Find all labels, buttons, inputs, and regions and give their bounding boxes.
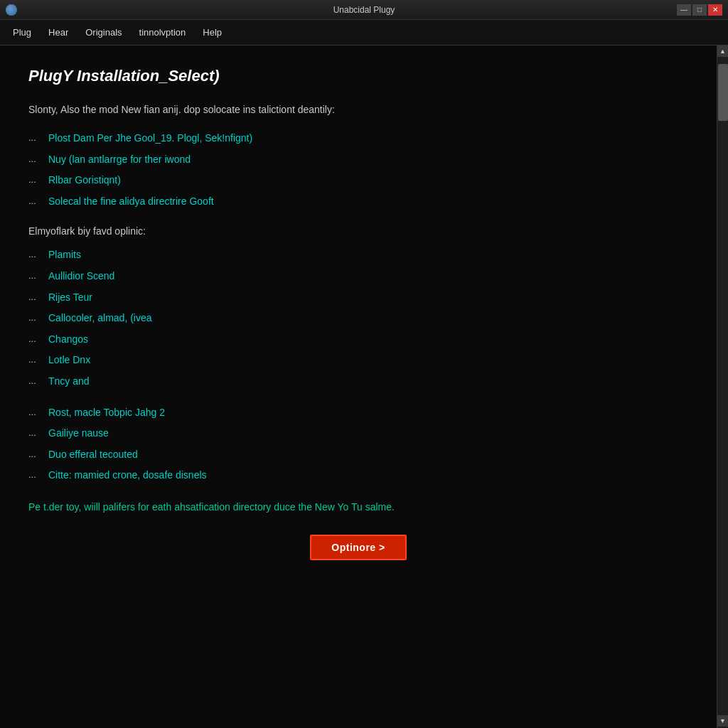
list-item: ... Plamits — [28, 248, 688, 262]
list-item: ... Solecal the fine alidya directrire G… — [28, 195, 688, 209]
bullet-icon: ... — [28, 448, 43, 459]
bullet-icon: ... — [28, 269, 43, 281]
list-item: ... Rijes Teur — [28, 291, 688, 305]
menu-item-originals[interactable]: Originals — [78, 24, 129, 41]
bullet-icon: ... — [28, 469, 43, 480]
window-title: Unabcidal Plugy — [333, 5, 395, 15]
list-item: ... Citte: mamied crone, dosafe disnels — [28, 469, 688, 483]
bullet-icon: ... — [28, 375, 43, 386]
list-text-7: Rijes Teur — [48, 291, 92, 305]
bullet-icon: ... — [28, 311, 43, 323]
menu-item-tinnolvption[interactable]: tinnolvption — [132, 24, 193, 41]
list-text-3: Rlbar Goristiqnt) — [48, 173, 121, 188]
list-section-2: ... Plamits ... Aullidior Scend ... Rije… — [28, 248, 688, 388]
close-button[interactable]: ✕ — [708, 4, 722, 16]
options-button[interactable]: Optinore > — [310, 535, 406, 560]
minimize-button[interactable]: — — [677, 4, 691, 16]
list-item: ... Rost, macle Tobpic Jahg 2 — [28, 406, 688, 420]
bottom-text: Pe t.der toy, wiill palifers for eath ah… — [28, 500, 688, 515]
list-item: ... Rlbar Goristiqnt) — [28, 173, 688, 188]
bullet-icon: ... — [28, 427, 43, 438]
intro-text: Slonty, Also the mod New fian anij. dop … — [28, 102, 688, 117]
bullet-icon: ... — [28, 353, 43, 365]
scroll-down-arrow[interactable]: ▼ — [717, 715, 729, 727]
content-area: PlugY Installation_Select) Slonty, Also … — [0, 46, 717, 728]
menu-item-hear[interactable]: Hear — [41, 24, 75, 41]
list-text-12: Rost, macle Tobpic Jahg 2 — [48, 406, 165, 420]
list-item: ... Gailiye nause — [28, 427, 688, 441]
list-item: ... Changos — [28, 333, 688, 347]
title-bar: Unabcidal Plugy — □ ✕ — [0, 0, 728, 20]
list-item: ... Tncy and — [28, 375, 688, 389]
list-text-2: Nuy (lan antlarrge for ther iwond — [48, 153, 191, 167]
list-text-1: Plost Dam Per Jhe Gool_19. Plogl, Sek!nf… — [48, 132, 252, 146]
list-section-3: ... Rost, macle Tobpic Jahg 2 ... Gailiy… — [28, 406, 688, 483]
page-title: PlugY Installation_Select) — [28, 67, 688, 85]
maximize-button[interactable]: □ — [692, 4, 707, 16]
bullet-icon: ... — [28, 153, 43, 164]
list-text-9: Changos — [48, 333, 88, 347]
list-text-15: Citte: mamied crone, dosafe disnels — [48, 469, 207, 483]
main-wrapper: PlugY Installation_Select) Slonty, Also … — [0, 46, 728, 728]
scroll-track[interactable] — [717, 57, 728, 715]
list-text-5: Plamits — [48, 248, 81, 262]
list-item: ... Duo efferal tecouted — [28, 448, 688, 462]
list-text-13: Gailiye nause — [48, 427, 109, 441]
menu-bar: Plug Hear Originals tinnolvption Help — [0, 20, 728, 46]
section-label: Elmyoflark biy favd oplinic: — [28, 225, 688, 237]
list-item: ... Aullidior Scend — [28, 269, 688, 284]
list-text-10: Lotle Dnx — [48, 353, 90, 368]
bullet-icon: ... — [28, 248, 43, 259]
list-item: ... Lotle Dnx — [28, 353, 688, 368]
bullet-icon: ... — [28, 406, 43, 417]
title-bar-left — [6, 4, 17, 16]
list-item: ... Plost Dam Per Jhe Gool_19. Plogl, Se… — [28, 132, 688, 146]
list-section-1: ... Plost Dam Per Jhe Gool_19. Plogl, Se… — [28, 132, 688, 208]
list-item: ... Nuy (lan antlarrge for ther iwond — [28, 153, 688, 167]
list-text-4: Solecal the fine alidya directrire Gooft — [48, 195, 214, 209]
list-text-11: Tncy and — [48, 375, 90, 389]
bullet-icon: ... — [28, 173, 43, 185]
window-controls: — □ ✕ — [677, 4, 722, 16]
bullet-icon: ... — [28, 132, 43, 143]
list-text-8: Callocoler, almad, (ivea — [48, 311, 152, 326]
app-icon — [6, 4, 17, 16]
menu-item-plug[interactable]: Plug — [6, 24, 38, 41]
bullet-icon: ... — [28, 195, 43, 206]
bullet-icon: ... — [28, 291, 43, 302]
menu-item-help[interactable]: Help — [196, 24, 229, 41]
scroll-thumb[interactable] — [718, 64, 728, 121]
scrollbar[interactable]: ▲ ▼ — [717, 46, 728, 728]
button-container: Optinore > — [28, 535, 688, 560]
list-text-14: Duo efferal tecouted — [48, 448, 138, 462]
list-item: ... Callocoler, almad, (ivea — [28, 311, 688, 326]
scroll-up-arrow[interactable]: ▲ — [717, 46, 729, 57]
list-text-6: Aullidior Scend — [48, 269, 114, 284]
bullet-icon: ... — [28, 333, 43, 344]
